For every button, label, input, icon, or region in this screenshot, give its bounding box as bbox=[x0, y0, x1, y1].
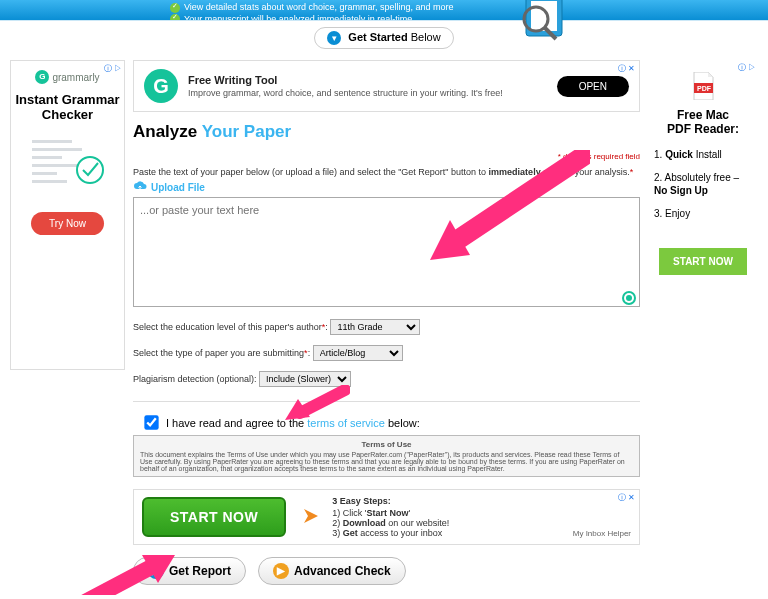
get-report-button[interactable]: ▶ Get Report bbox=[133, 557, 246, 585]
education-level-select[interactable]: 11th Grade bbox=[330, 319, 420, 335]
right-sidebar-ad[interactable]: ⓘ ▷ PDF Free MacPDF Reader: 1. Quick Ins… bbox=[648, 60, 758, 585]
svg-text:PDF: PDF bbox=[697, 85, 712, 92]
orange-arrow-icon bbox=[298, 505, 320, 529]
document-check-icon bbox=[28, 136, 108, 196]
start-now-ad[interactable]: ⓘ ✕ START NOW 3 Easy Steps: 1) Click 'St… bbox=[133, 489, 640, 545]
advanced-check-button[interactable]: ▶ Advanced Check bbox=[258, 557, 406, 585]
terms-agree-row: I have read and agree to the terms of se… bbox=[133, 416, 640, 429]
page-title: Analyze Your Paper bbox=[133, 122, 640, 142]
grammarly-badge-icon[interactable] bbox=[622, 291, 636, 305]
plagiarism-select[interactable]: Include (Slower) bbox=[259, 371, 351, 387]
pdf-icon: PDF bbox=[691, 72, 715, 100]
magnifier-illustration bbox=[508, 0, 578, 46]
play-icon: ▶ bbox=[148, 563, 164, 579]
left-ad-headline: Instant Grammar Checker bbox=[15, 92, 120, 122]
open-ad-button[interactable]: OPEN bbox=[557, 76, 629, 97]
svg-rect-6 bbox=[32, 156, 62, 159]
paper-text-input[interactable] bbox=[133, 197, 640, 307]
paper-type-select[interactable]: Article/Blog bbox=[313, 345, 403, 361]
start-now-button[interactable]: START NOW bbox=[142, 497, 286, 537]
terms-link[interactable]: terms of service bbox=[307, 417, 385, 429]
terms-of-use-box[interactable]: Terms of Use This document explains the … bbox=[133, 435, 640, 477]
svg-point-10 bbox=[77, 157, 103, 183]
ad-sponsor: My Inbox Helper bbox=[573, 529, 631, 538]
right-start-now-button[interactable]: START NOW bbox=[659, 248, 747, 275]
cloud-upload-icon bbox=[133, 181, 147, 193]
arrow-right-icon: ▶ bbox=[273, 563, 289, 579]
grammarly-logo: Ggrammarly bbox=[35, 70, 99, 84]
svg-rect-5 bbox=[32, 148, 82, 151]
svg-rect-9 bbox=[32, 180, 67, 183]
education-level-row: Select the education level of this paper… bbox=[133, 319, 640, 335]
right-ad-headline: Free MacPDF Reader: bbox=[648, 108, 758, 136]
svg-rect-8 bbox=[32, 172, 57, 175]
top-ad-body: Improve grammar, word choice, and senten… bbox=[188, 88, 547, 98]
paper-type-row: Select the type of paper you are submitt… bbox=[133, 345, 640, 361]
terms-checkbox[interactable] bbox=[144, 415, 158, 429]
adchoices-icon[interactable]: ⓘ ✕ bbox=[618, 492, 635, 503]
left-sidebar-ad[interactable]: ⓘ ▷ Ggrammarly Instant Grammar Checker T… bbox=[10, 60, 125, 370]
steps-list: 3 Easy Steps: 1) Click 'Start Now' 2) Do… bbox=[332, 496, 449, 538]
adchoices-icon[interactable]: ⓘ ▷ bbox=[738, 62, 756, 73]
grammarly-logo-icon: G bbox=[144, 69, 178, 103]
adchoices-icon[interactable]: ⓘ ▷ bbox=[104, 63, 122, 74]
try-now-button[interactable]: Try Now bbox=[31, 212, 104, 235]
instruction-text: Paste the text of your paper below (or u… bbox=[133, 167, 640, 177]
get-started-button[interactable]: ▾ Get Started Below bbox=[314, 27, 453, 49]
get-started-bar: ▾ Get Started Below bbox=[0, 20, 768, 50]
divider bbox=[133, 401, 640, 402]
header-bullet-text: View detailed stats about word choice, g… bbox=[184, 2, 453, 12]
svg-rect-4 bbox=[32, 140, 72, 143]
plagiarism-row: Plagiarism detection (optional): Include… bbox=[133, 371, 640, 387]
right-ad-list: 1. Quick Install 2. Absolutely free – No… bbox=[648, 148, 758, 220]
required-note: * denotes required field bbox=[133, 152, 640, 161]
svg-rect-7 bbox=[32, 164, 77, 167]
adchoices-icon[interactable]: ⓘ ✕ bbox=[618, 63, 635, 74]
header-feature-strip: View detailed stats about word choice, g… bbox=[0, 0, 768, 20]
arrow-down-icon: ▾ bbox=[327, 31, 341, 45]
top-banner-ad[interactable]: ⓘ ✕ G Free Writing Tool Improve grammar,… bbox=[133, 60, 640, 112]
upload-file-link[interactable]: Upload File bbox=[133, 181, 205, 193]
top-ad-title: Free Writing Tool bbox=[188, 74, 547, 86]
